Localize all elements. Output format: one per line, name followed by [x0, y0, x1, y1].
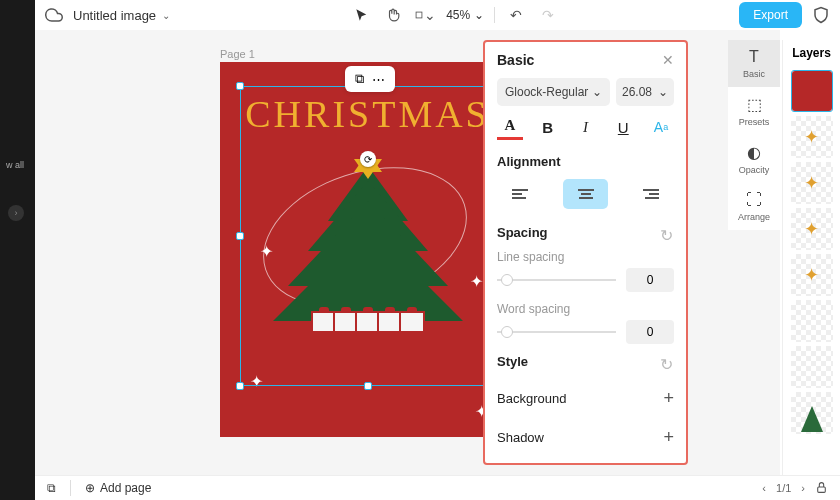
selection-box[interactable]: ⟳ [240, 86, 495, 386]
svg-rect-1 [818, 486, 826, 491]
divider [70, 480, 71, 496]
more-icon[interactable]: ⋯ [372, 72, 385, 87]
tab-basic[interactable]: TBasic [728, 40, 780, 87]
crop-tool-icon[interactable]: ⌄ [414, 4, 436, 26]
resize-handle[interactable] [236, 82, 244, 90]
text-style-button[interactable]: Aa [648, 114, 674, 140]
underline-button[interactable]: U [610, 114, 636, 140]
layers-panel: Layers ✦ ✦ ✦ ✦ [782, 40, 840, 475]
tab-arrange[interactable]: ⛶Arrange [728, 183, 780, 230]
zoom-level[interactable]: 45% ⌄ [446, 8, 484, 22]
left-tool-strip: w all › [0, 0, 35, 500]
page-indicator: 1/1 [776, 482, 791, 494]
pages-icon[interactable]: ⧉ [47, 481, 56, 495]
layer-thumb[interactable] [791, 392, 833, 434]
line-spacing-label: Line spacing [497, 250, 674, 264]
export-button[interactable]: Export [739, 2, 802, 28]
style-title: Style [497, 354, 528, 369]
shield-icon[interactable] [812, 6, 830, 24]
add-background-button[interactable]: + [663, 388, 674, 409]
canvas[interactable]: CHRISTMAS ✦ ✦ ✦ ✦ ⟳ [220, 62, 515, 437]
resize-handle[interactable] [236, 232, 244, 240]
document-title[interactable]: Untitled image [73, 8, 156, 23]
lock-icon[interactable] [815, 481, 828, 496]
line-spacing-slider[interactable] [497, 279, 616, 281]
chevron-right-icon[interactable]: › [8, 205, 24, 221]
line-spacing-value[interactable]: 0 [626, 268, 674, 292]
font-size-select[interactable]: 26.08⌄ [616, 78, 674, 106]
bold-button[interactable]: B [535, 114, 561, 140]
cloud-icon[interactable] [45, 6, 63, 24]
chevron-down-icon[interactable]: ⌄ [162, 10, 170, 21]
tab-opacity[interactable]: ◐Opacity [728, 135, 780, 183]
undo-icon[interactable]: ↶ [505, 4, 527, 26]
basic-panel: Basic ✕ Gloock-Regular⌄ 26.08⌄ A B I U A… [483, 40, 688, 465]
spacing-title: Spacing [497, 225, 548, 240]
add-page-button[interactable]: ⊕Add page [85, 481, 151, 495]
hand-tool-icon[interactable] [382, 4, 404, 26]
pointer-tool-icon[interactable] [350, 4, 372, 26]
layer-thumb[interactable] [791, 300, 833, 342]
layer-thumb[interactable]: ✦ [791, 162, 833, 204]
duplicate-icon[interactable]: ⧉ [355, 71, 364, 87]
svg-rect-0 [416, 12, 422, 18]
reset-icon[interactable]: ↻ [660, 226, 674, 240]
bottombar: ⧉ ⊕Add page ‹ 1/1 › [35, 475, 840, 500]
prev-page-icon[interactable]: ‹ [762, 482, 766, 494]
resize-handle[interactable] [236, 382, 244, 390]
layer-thumb[interactable]: ✦ [791, 116, 833, 158]
align-left-button[interactable] [497, 179, 543, 209]
layer-thumb[interactable]: ✦ [791, 254, 833, 296]
floating-toolbar: ⧉ ⋯ [345, 66, 395, 92]
right-tabs: TBasic ⬚Presets ◐Opacity ⛶Arrange [728, 40, 780, 230]
text-icon: T [749, 48, 759, 66]
layer-thumb[interactable] [791, 346, 833, 388]
layer-thumb[interactable] [791, 70, 833, 112]
panel-title: Basic [497, 52, 534, 68]
shadow-label: Shadow [497, 430, 544, 445]
alignment-title: Alignment [497, 154, 674, 169]
next-page-icon[interactable]: › [801, 482, 805, 494]
layers-title: Layers [783, 40, 840, 66]
plus-icon: ⊕ [85, 481, 95, 495]
presets-icon: ⬚ [747, 95, 762, 114]
opacity-icon: ◐ [747, 143, 761, 162]
italic-button[interactable]: I [573, 114, 599, 140]
align-right-button[interactable] [628, 179, 674, 209]
redo-icon[interactable]: ↷ [537, 4, 559, 26]
word-spacing-value[interactable]: 0 [626, 320, 674, 344]
resize-handle[interactable] [364, 382, 372, 390]
reset-icon[interactable]: ↻ [660, 355, 674, 369]
layer-thumb[interactable]: ✦ [791, 208, 833, 250]
divider [494, 7, 495, 23]
chevron-down-icon: ⌄ [592, 85, 602, 99]
add-shadow-button[interactable]: + [663, 427, 674, 448]
rotate-handle-icon[interactable]: ⟳ [360, 151, 376, 167]
left-label: w all [0, 160, 30, 170]
font-select[interactable]: Gloock-Regular⌄ [497, 78, 610, 106]
topbar: Untitled image ⌄ ⌄ 45% ⌄ ↶ ↷ Export [35, 0, 840, 30]
word-spacing-label: Word spacing [497, 302, 674, 316]
page-label: Page 1 [220, 48, 255, 60]
align-center-button[interactable] [563, 179, 609, 209]
close-icon[interactable]: ✕ [662, 52, 674, 68]
chevron-down-icon: ⌄ [658, 85, 668, 99]
word-spacing-slider[interactable] [497, 331, 616, 333]
arrange-icon: ⛶ [746, 191, 762, 209]
background-label: Background [497, 391, 566, 406]
tab-presets[interactable]: ⬚Presets [728, 87, 780, 135]
text-color-button[interactable]: A [497, 114, 523, 140]
